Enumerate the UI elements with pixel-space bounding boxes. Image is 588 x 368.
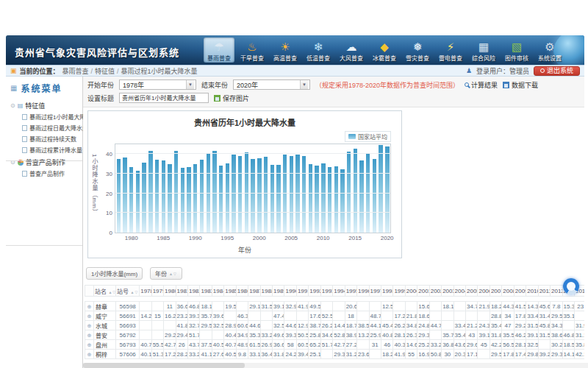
data-download-button[interactable]: 数据下载 <box>503 80 538 90</box>
bar-1990[interactable] <box>193 164 197 233</box>
row-expand-cell[interactable]: ⊕ <box>85 350 94 359</box>
bar-2011[interactable] <box>328 167 331 233</box>
year-header-1983[interactable]: 1983 ▲▽ <box>200 286 212 297</box>
bar-1995[interactable] <box>226 163 229 233</box>
expand-column-header[interactable] <box>85 286 94 297</box>
toolbar-item-高温普查[interactable]: ☀高温普查 <box>270 38 301 63</box>
bar-1984[interactable] <box>155 160 159 233</box>
year-header-1997[interactable]: 1997 ▲▽ <box>369 286 381 297</box>
bar-2009[interactable] <box>315 166 318 233</box>
bar-2012[interactable] <box>334 166 338 233</box>
loading-refresh-icon[interactable] <box>563 278 579 294</box>
chart-legend[interactable]: 国家站平均 <box>345 131 391 142</box>
bar-1993[interactable] <box>212 151 216 233</box>
sort-arrows-icon[interactable]: ▲▽ <box>169 272 177 276</box>
bar-2015[interactable] <box>354 149 357 233</box>
year-header-1980[interactable]: 1980 ▲▽ <box>164 286 176 297</box>
toolbar-item-图件审核[interactable]: ▧图件审核 <box>501 38 532 63</box>
end-year-select[interactable]: 2020年 ▼ <box>233 79 310 90</box>
year-header-2010[interactable]: 2010 ▲▽ <box>526 286 538 297</box>
toolbar-item-冰雹普查[interactable]: ◆冰雹普查 <box>369 38 400 63</box>
bar-2004[interactable] <box>283 155 287 233</box>
bar-1997[interactable] <box>238 156 242 233</box>
bar-1994[interactable] <box>219 166 223 233</box>
year-header-1984[interactable]: 1984 ▲▽ <box>212 286 223 297</box>
station-id-header[interactable]: 站号 ▲▽ <box>116 286 140 297</box>
bar-1987[interactable] <box>174 151 178 233</box>
bar-2006[interactable] <box>295 155 299 233</box>
sort-arrows-icon[interactable]: ▲▽ <box>129 290 138 294</box>
toolbar-item-干旱普查[interactable]: ♨干旱普查 <box>237 38 268 63</box>
year-header-1978[interactable]: 1978 ▲▽ <box>140 286 151 297</box>
year-header-1993[interactable]: 1993 ▲▽ <box>320 286 332 297</box>
scrollbar-thumb[interactable] <box>83 363 245 368</box>
toolbar-item-系统设置[interactable]: ⚙系统设置 <box>534 38 565 63</box>
year-header-2001[interactable]: 2001 ▲▽ <box>417 286 429 297</box>
expand-icon[interactable]: ⊕ <box>87 323 92 328</box>
bar-1979[interactable] <box>123 158 126 233</box>
save-image-button[interactable]: 保存图片 <box>214 93 249 103</box>
tree-toggle-icon[interactable]: ⊙ <box>10 102 15 109</box>
breadcrumb-segment[interactable]: 暴雨普查 <box>62 68 89 75</box>
toolbar-item-综合风险[interactable]: ▦综合风险 <box>468 38 499 63</box>
sidebar-group-特征值[interactable]: ⊙▤特征值 <box>6 99 82 111</box>
expand-icon[interactable]: ⊕ <box>87 304 92 309</box>
expand-icon[interactable]: ⊕ <box>87 352 92 357</box>
row-expand-cell[interactable]: ⊕ <box>85 311 94 321</box>
bar-2003[interactable] <box>276 165 280 233</box>
bar-1980[interactable] <box>129 167 133 233</box>
toolbar-item-雷电普查[interactable]: ⚡雷电普查 <box>435 38 466 63</box>
year-header-1996[interactable]: 1996 ▲▽ <box>357 286 369 297</box>
year-header-1994[interactable]: 1994 ▲▽ <box>333 286 345 297</box>
bar-2000[interactable] <box>257 158 261 233</box>
bar-2001[interactable] <box>264 157 268 233</box>
sidebar-item-暴雨过程累计降水量[interactable]: 暴雨过程累计降水量 <box>6 144 82 155</box>
horizontal-scrollbar[interactable] <box>83 363 588 368</box>
year-header-1988[interactable]: 1988 ▲▽ <box>260 286 272 297</box>
toolbar-item-雪灾普查[interactable]: ❅雪灾普查 <box>402 38 433 63</box>
year-header-2012[interactable]: 2012 ▲▽ <box>551 286 562 297</box>
bar-1985[interactable] <box>162 160 165 233</box>
bar-1988[interactable] <box>181 168 184 233</box>
year-header-2009[interactable]: 2009 ▲▽ <box>514 286 526 297</box>
year-header-1998[interactable]: 1998 ▲▽ <box>381 286 392 297</box>
row-expand-cell[interactable]: ⊕ <box>85 321 94 330</box>
bar-2013[interactable] <box>340 169 344 233</box>
toolbar-item-大风普查[interactable]: ☁大风普查 <box>336 38 367 63</box>
bar-2007[interactable] <box>302 156 306 233</box>
year-header-2005[interactable]: 2005 ▲▽ <box>466 286 478 297</box>
bar-1981[interactable] <box>136 171 140 233</box>
year-header-2002[interactable]: 2002 ▲▽ <box>429 286 441 297</box>
bar-2005[interactable] <box>290 156 293 233</box>
bar-2008[interactable] <box>309 164 312 233</box>
year-header-1987[interactable]: 1987 ▲▽ <box>248 286 260 297</box>
bar-1986[interactable] <box>168 164 171 233</box>
toolbar-item-低温普查[interactable]: ❄低温普查 <box>303 38 334 63</box>
bar-1978[interactable] <box>117 159 121 233</box>
year-header-1981[interactable]: 1981 ▲▽ <box>176 286 187 297</box>
filter-chip-年份[interactable]: 年份▲▽ <box>150 267 182 280</box>
bar-1999[interactable] <box>251 159 254 233</box>
row-expand-cell[interactable]: ⊕ <box>85 330 94 340</box>
bar-2002[interactable] <box>270 165 274 233</box>
row-expand-cell[interactable]: ⊕ <box>85 340 94 350</box>
year-header-1999[interactable]: 1999 ▲▽ <box>393 286 405 297</box>
year-header-1982[interactable]: 1982 ▲▽ <box>187 286 199 297</box>
year-header-1989[interactable]: 1989 ▲▽ <box>273 286 284 297</box>
expand-icon[interactable]: ⊕ <box>87 342 92 347</box>
bar-2016[interactable] <box>359 160 363 233</box>
bar-1983[interactable] <box>148 151 152 233</box>
year-header-1979[interactable]: 1979 ▲▽ <box>151 286 163 297</box>
bar-1991[interactable] <box>200 160 204 233</box>
year-header-1992[interactable]: 1992 ▲▽ <box>309 286 320 297</box>
year-header-1986[interactable]: 1986 ▲▽ <box>236 286 248 297</box>
sidebar-item-普查产品制作[interactable]: 普查产品制作 <box>6 168 82 179</box>
year-header-2003[interactable]: 2003 ▲▽ <box>442 286 453 297</box>
sidebar-group-普查产品制作[interactable]: ⊙普查产品制作 <box>6 155 82 168</box>
chart-title-input[interactable]: 贵州省历年1小时最大降水量 <box>119 93 209 103</box>
breadcrumb-segment[interactable]: 暴雨过程1小时最大降水量 <box>121 68 198 75</box>
year-header-1985[interactable]: 1985 ▲▽ <box>224 286 236 297</box>
year-header-1991[interactable]: 1991 ▲▽ <box>296 286 308 297</box>
expand-icon[interactable]: ⊕ <box>87 333 92 338</box>
filter-chip-1小时降水量(mm)[interactable]: 1小时降水量(mm) <box>86 267 143 280</box>
